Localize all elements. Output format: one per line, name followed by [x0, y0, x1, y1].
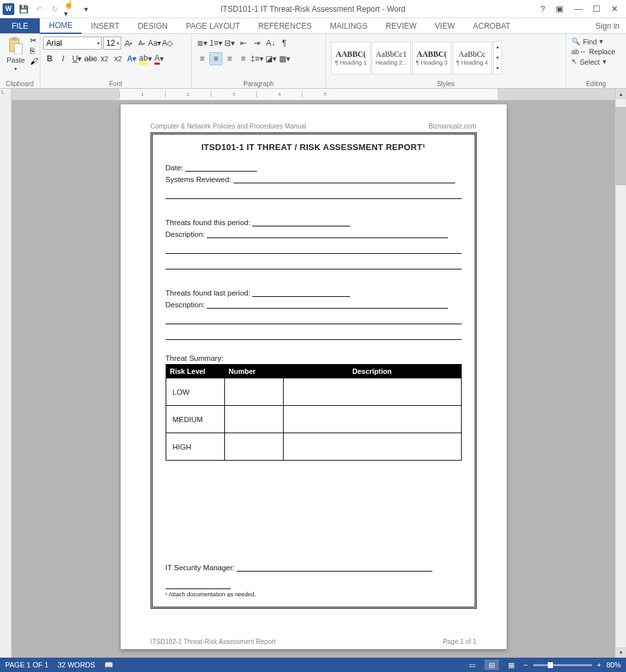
- help-icon[interactable]: ?: [538, 3, 548, 15]
- vertical-ruler[interactable]: L: [0, 89, 12, 658]
- multilevel-list-icon[interactable]: ⊟▾: [223, 37, 236, 50]
- align-left-icon[interactable]: ≡: [196, 52, 209, 65]
- clear-formatting-icon[interactable]: A◇: [162, 37, 173, 49]
- tab-insert[interactable]: INSERT: [82, 18, 128, 33]
- borders-icon[interactable]: ▦▾: [278, 52, 291, 65]
- print-layout-icon[interactable]: ▤: [484, 660, 499, 670]
- select-button[interactable]: ↖Select ▾: [569, 57, 609, 67]
- footnote: ¹ Attach documentation as needed.: [166, 588, 256, 598]
- grow-font-icon[interactable]: A▴: [123, 37, 134, 49]
- workspace: L 1 2 3 4 5 Computer & Network Policies …: [0, 89, 626, 658]
- status-words[interactable]: 32 WORDS: [57, 661, 95, 669]
- threat-summary-label: Threat Summary:: [166, 354, 462, 362]
- title-bar: W 💾 ↶ ↻ ☝▾ ▾ ITSD101-1 IT Threat-Risk As…: [0, 0, 626, 18]
- undo-icon[interactable]: ↶: [33, 3, 46, 16]
- scroll-up-icon[interactable]: ▴: [616, 89, 626, 99]
- tab-page-layout[interactable]: PAGE LAYOUT: [177, 18, 249, 33]
- tab-design[interactable]: DESIGN: [128, 18, 177, 33]
- shrink-font-icon[interactable]: A▾: [136, 37, 147, 49]
- styles-group-label: Styles: [329, 79, 563, 88]
- table-row: LOW: [166, 378, 461, 406]
- file-tab[interactable]: FILE: [0, 18, 40, 33]
- bold-button[interactable]: B: [43, 52, 56, 65]
- threat-summary-table: Risk Level Number Description LOW MEDIUM…: [166, 364, 462, 461]
- align-right-icon[interactable]: ≡: [223, 52, 236, 65]
- replace-button[interactable]: ab↔Replace: [569, 47, 618, 56]
- table-row: MEDIUM: [166, 406, 461, 433]
- style-heading2[interactable]: AaBbCc1Heading 2...: [372, 42, 411, 74]
- status-proofing-icon[interactable]: 📖: [104, 661, 113, 669]
- page-header-right: Bizmanualz.com: [428, 123, 476, 130]
- close-icon[interactable]: ✕: [608, 3, 621, 15]
- redo-icon[interactable]: ↻: [48, 3, 61, 16]
- tab-references[interactable]: REFERENCES: [249, 18, 321, 33]
- style-heading1[interactable]: AABBC(¶ Heading 1: [331, 42, 370, 74]
- vertical-scrollbar[interactable]: ▴ ▾: [615, 89, 626, 658]
- find-icon: 🔍: [571, 37, 580, 46]
- save-icon[interactable]: 💾: [17, 3, 30, 16]
- justify-icon[interactable]: ≡: [237, 52, 250, 65]
- subscript-button[interactable]: x2: [98, 52, 111, 65]
- zoom-level[interactable]: 80%: [606, 661, 621, 669]
- qat-customize-icon[interactable]: ▾: [80, 3, 93, 16]
- read-mode-icon[interactable]: ▭: [465, 660, 479, 670]
- align-center-icon[interactable]: ≡: [209, 52, 222, 65]
- line-spacing-icon[interactable]: ‡≡▾: [250, 52, 263, 65]
- scroll-thumb[interactable]: [616, 107, 626, 185]
- tab-review[interactable]: REVIEW: [376, 18, 425, 33]
- horizontal-ruler[interactable]: 1 2 3 4 5: [12, 89, 615, 100]
- text-effects-icon[interactable]: A▾: [125, 52, 138, 65]
- tab-view[interactable]: VIEW: [426, 18, 464, 33]
- web-layout-icon[interactable]: ▦: [504, 660, 518, 670]
- decrease-indent-icon[interactable]: ⇤: [237, 37, 250, 50]
- styles-gallery-more[interactable]: ▴▾▾: [493, 41, 502, 75]
- superscript-button[interactable]: x2: [112, 52, 125, 65]
- document-page[interactable]: Computer & Network Policies and Procedur…: [121, 104, 507, 649]
- th-risk-level: Risk Level: [166, 365, 224, 378]
- change-case-icon[interactable]: Aa▾: [149, 37, 160, 49]
- th-description: Description: [283, 365, 461, 378]
- cut-icon[interactable]: ✂: [30, 35, 38, 46]
- tab-mailings[interactable]: MAILINGS: [321, 18, 376, 33]
- highlight-icon[interactable]: ab▾: [139, 52, 152, 65]
- strikethrough-button[interactable]: abc: [84, 52, 97, 65]
- font-name-value: Arial: [46, 38, 62, 48]
- field-threats-last-label: Threats found last period:: [166, 289, 250, 297]
- minimize-icon[interactable]: —: [571, 3, 585, 15]
- numbering-icon[interactable]: 1≡▾: [209, 37, 222, 50]
- underline-button[interactable]: U▾: [70, 52, 83, 65]
- touch-mode-icon[interactable]: ☝▾: [64, 3, 77, 16]
- font-size-combo[interactable]: 12▾: [103, 37, 121, 50]
- clipboard-group-label: Clipboard: [3, 79, 37, 88]
- bullets-icon[interactable]: ≣▾: [196, 37, 209, 50]
- increase-indent-icon[interactable]: ⇥: [250, 37, 263, 50]
- find-button[interactable]: 🔍Find ▾: [569, 37, 606, 46]
- zoom-slider[interactable]: [533, 664, 592, 666]
- style-heading3[interactable]: AABBC(¶ Heading 3: [412, 42, 451, 74]
- paste-button[interactable]: Paste ▾: [3, 35, 29, 73]
- maximize-icon[interactable]: ☐: [590, 3, 603, 15]
- tab-home[interactable]: HOME: [40, 18, 82, 34]
- font-color-icon[interactable]: A▾: [153, 52, 166, 65]
- ribbon-display-icon[interactable]: ▣: [553, 3, 566, 15]
- paste-label: Paste: [7, 56, 25, 64]
- show-marks-icon[interactable]: ¶: [278, 37, 291, 50]
- zoom-in-icon[interactable]: +: [597, 661, 601, 669]
- select-icon: ↖: [571, 57, 577, 66]
- copy-icon[interactable]: ⎘: [30, 46, 38, 56]
- sign-in-link[interactable]: Sign in: [589, 18, 626, 33]
- font-name-combo[interactable]: Arial▾: [43, 37, 102, 50]
- zoom-out-icon[interactable]: −: [524, 661, 528, 669]
- format-painter-icon[interactable]: 🖌: [30, 56, 38, 67]
- shading-icon[interactable]: ◪▾: [264, 52, 277, 65]
- italic-button[interactable]: I: [57, 52, 70, 65]
- sort-icon[interactable]: A↓: [264, 37, 277, 50]
- status-page[interactable]: PAGE 1 OF 1: [5, 661, 48, 669]
- ribbon: Paste ▾ ✂ ⎘ 🖌 Clipboard Arial▾ 12▾ A▴ A▾…: [0, 34, 626, 89]
- word-app-icon: W: [3, 3, 14, 15]
- window-title: ITSD101-1 IT Threat-Risk Assessment Repo…: [0, 5, 626, 14]
- style-heading4[interactable]: AaBbCc¶ Heading 4: [453, 42, 492, 74]
- tab-acrobat[interactable]: ACROBAT: [464, 18, 519, 33]
- scroll-down-icon[interactable]: ▾: [616, 647, 626, 658]
- ribbon-tabs: FILE HOME INSERT DESIGN PAGE LAYOUT REFE…: [0, 18, 626, 34]
